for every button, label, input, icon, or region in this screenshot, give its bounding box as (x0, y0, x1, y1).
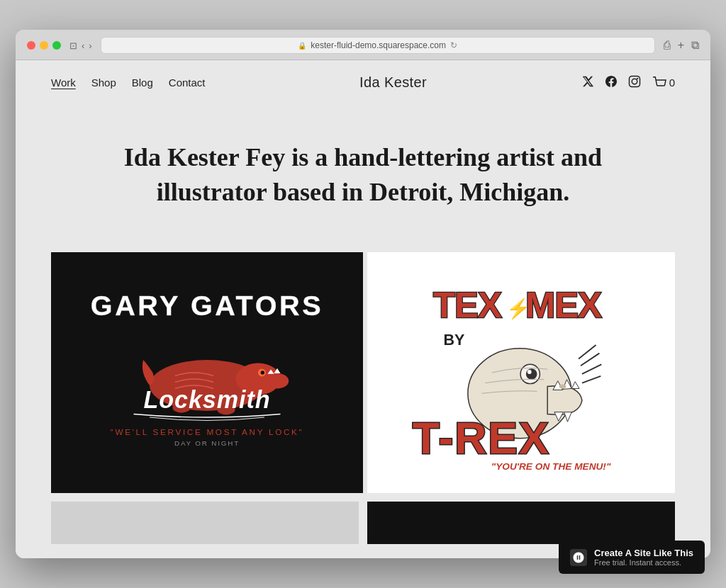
svg-text:T-REX: T-REX (413, 413, 550, 463)
portfolio-item-tex-mex[interactable]: TEX ⚡ MEX BY (363, 252, 675, 493)
sidebar-toggle-icon[interactable]: ⊡ (69, 40, 77, 51)
hero-text: Ida Kester Fey is a hand-lettering artis… (115, 140, 611, 209)
svg-text:GARY GATORS: GARY GATORS (91, 290, 323, 321)
site-header: Work Shop Blog Contact Ida Kester (16, 60, 710, 105)
cart-count: 0 (669, 77, 675, 89)
svg-text:TEX: TEX (433, 284, 502, 324)
hero-section: Ida Kester Fey is a hand-lettering artis… (16, 105, 710, 251)
portfolio-item-4[interactable] (367, 502, 675, 544)
new-tab-icon[interactable]: + (678, 39, 684, 52)
squarespace-logo (570, 549, 587, 566)
svg-point-11 (261, 371, 264, 374)
site-title: Ida Kester (359, 74, 427, 91)
maximize-button[interactable] (52, 41, 61, 50)
close-button[interactable] (27, 41, 35, 50)
svg-text:DAY OR NIGHT: DAY OR NIGHT (174, 439, 240, 446)
nav-work[interactable]: Work (51, 77, 76, 89)
cart-icon[interactable]: 0 (652, 77, 675, 89)
squarespace-banner[interactable]: Create A Site Like This Free trial. Inst… (559, 541, 705, 574)
site-social: 0 (581, 75, 675, 91)
forward-button[interactable]: › (89, 40, 91, 51)
browser-actions: ⎙ + ⧉ (664, 39, 699, 52)
squarespace-subtitle: Free trial. Instant access. (594, 558, 693, 567)
svg-point-1 (632, 79, 637, 84)
svg-text:Locksmith: Locksmith (143, 385, 270, 412)
browser-window: ⊡ ‹ › 🔒 kester-fluid-demo.squarespace.co… (16, 30, 710, 558)
squarespace-text: Create A Site Like This Free trial. Inst… (594, 548, 693, 567)
nav-blog[interactable]: Blog (132, 77, 153, 89)
svg-text:"YOU'RE ON THE MENU!": "YOU'RE ON THE MENU!" (491, 460, 611, 471)
twitter-icon[interactable] (581, 75, 594, 91)
squarespace-title: Create A Site Like This (594, 548, 693, 558)
url-text: kester-fluid-demo.squarespace.com (311, 40, 446, 50)
site-content: Work Shop Blog Contact Ida Kester (16, 60, 710, 558)
windows-icon[interactable]: ⧉ (691, 39, 699, 52)
svg-point-31 (559, 384, 566, 388)
portfolio-item-3[interactable] (51, 502, 359, 544)
portfolio-grid: GARY GATORS (16, 252, 710, 493)
site-nav: Work Shop Blog Contact (51, 77, 206, 89)
facebook-icon[interactable] (605, 75, 617, 91)
svg-point-2 (637, 78, 638, 79)
browser-controls: ⊡ ‹ › (69, 40, 92, 51)
nav-shop[interactable]: Shop (91, 77, 116, 89)
reload-icon[interactable]: ↻ (450, 40, 457, 50)
svg-point-30 (527, 370, 532, 374)
back-button[interactable]: ‹ (82, 40, 84, 51)
address-bar[interactable]: 🔒 kester-fluid-demo.squarespace.com ↻ (101, 37, 655, 54)
svg-text:BY: BY (443, 332, 464, 349)
svg-text:"WE'LL SERVICE MOST ANY LOCK": "WE'LL SERVICE MOST ANY LOCK" (111, 427, 304, 436)
svg-point-29 (526, 368, 537, 380)
svg-rect-0 (629, 76, 640, 86)
svg-text:MEX: MEX (525, 284, 602, 324)
portfolio-item-gary-gators[interactable]: GARY GATORS (51, 252, 363, 493)
instagram-icon[interactable] (628, 75, 641, 91)
minimize-button[interactable] (40, 41, 48, 50)
browser-chrome: ⊡ ‹ › 🔒 kester-fluid-demo.squarespace.co… (16, 30, 710, 60)
traffic-lights (27, 41, 61, 50)
nav-contact[interactable]: Contact (169, 77, 206, 89)
share-icon[interactable]: ⎙ (664, 39, 671, 52)
lock-icon: 🔒 (298, 42, 306, 50)
